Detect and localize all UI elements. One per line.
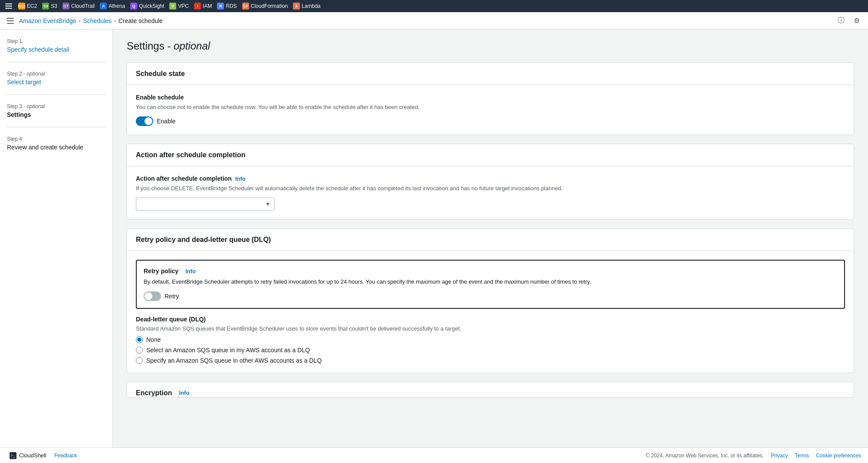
hamburger-menu[interactable] bbox=[3, 3, 14, 10]
action-info-link[interactable]: Info bbox=[235, 175, 246, 182]
retry-info-link[interactable]: Info bbox=[185, 268, 196, 274]
footer-right: © 2024, Amazon Web Services, Inc. or its… bbox=[646, 453, 861, 459]
athena-label: Athena bbox=[108, 3, 125, 9]
cookie-link[interactable]: Cookie preferences bbox=[816, 453, 861, 459]
cloudformation-icon: CF bbox=[242, 3, 249, 10]
schedule-state-card: Schedule state Enable schedule You can c… bbox=[127, 63, 854, 135]
schedule-state-header: Schedule state bbox=[127, 63, 854, 85]
svg-rect-1 bbox=[5, 6, 12, 7]
schedule-state-body: Enable schedule You can choose not to en… bbox=[127, 85, 854, 135]
breadcrumb: Amazon EventBridge › Schedules › Create … bbox=[19, 17, 163, 24]
cloudtrail-icon: CT bbox=[62, 3, 69, 10]
step-2-link[interactable]: Select target bbox=[7, 79, 41, 86]
breadcrumb-sep-1: › bbox=[79, 18, 81, 24]
nav-service-rds[interactable]: RRDS bbox=[214, 2, 239, 10]
dlq-option-specify-sqs-label: Specify an Amazon SQS queue in other AWS… bbox=[146, 357, 322, 364]
ec2-label: EC2 bbox=[27, 3, 37, 9]
app-header: Amazon EventBridge › Schedules › Create … bbox=[0, 12, 868, 30]
nav-service-quicksight[interactable]: QQuickSight bbox=[128, 2, 167, 10]
retry-toggle-label: Retry bbox=[164, 293, 179, 300]
encryption-title: Encryption Info bbox=[136, 389, 845, 397]
enable-toggle[interactable] bbox=[136, 116, 153, 126]
retry-toggle-container: Retry bbox=[144, 291, 837, 301]
nav-service-athena[interactable]: AAthena bbox=[97, 2, 128, 10]
action-field-label: Action after schedule completion Info bbox=[136, 175, 845, 182]
breadcrumb-current: Create schedule bbox=[118, 17, 163, 24]
footer: >_ CloudShell Feedback © 2024, Amazon We… bbox=[0, 447, 868, 463]
terms-link[interactable]: Terms bbox=[795, 453, 809, 459]
nav-service-vpc[interactable]: VVPC bbox=[167, 2, 191, 10]
encryption-body: Encryption Info bbox=[127, 382, 854, 397]
breadcrumb-sep-2: › bbox=[114, 18, 116, 24]
dlq-option-specify-sqs[interactable]: Specify an Amazon SQS queue in other AWS… bbox=[136, 357, 845, 364]
info-icon-btn[interactable]: ⓘ bbox=[835, 15, 847, 27]
step-1-link[interactable]: Specify schedule detail bbox=[7, 46, 69, 53]
privacy-link[interactable]: Privacy bbox=[771, 453, 788, 459]
svg-rect-0 bbox=[5, 3, 12, 4]
retry-policy-box: Retry policy Info By default, EventBridg… bbox=[136, 260, 845, 308]
retry-dlq-body: Retry policy Info By default, EventBridg… bbox=[127, 251, 854, 372]
enable-toggle-container: Enable bbox=[136, 116, 845, 126]
nav-service-iam[interactable]: IIAM bbox=[191, 2, 214, 10]
sidebar-toggle[interactable] bbox=[5, 16, 16, 26]
step-4-name: Review and create schedule bbox=[7, 144, 83, 151]
quicksight-label: QuickSight bbox=[139, 3, 164, 9]
rds-label: RDS bbox=[226, 3, 237, 9]
nav-service-s3[interactable]: S3S3 bbox=[39, 2, 60, 10]
page-title: Settings - optional bbox=[127, 40, 854, 52]
cloudshell-label: CloudShell bbox=[19, 452, 46, 459]
step-1-item: Step 1 Specify schedule detail bbox=[7, 38, 105, 62]
dlq-option-select-sqs[interactable]: Select an Amazon SQS queue in my AWS acc… bbox=[136, 347, 845, 354]
nav-service-cloudformation[interactable]: CFCloudFormation bbox=[240, 2, 290, 10]
step-3-label: Step 3 - optional bbox=[7, 103, 105, 109]
retry-dlq-card: Retry policy and dead-letter queue (DLQ)… bbox=[127, 228, 854, 373]
s3-label: S3 bbox=[51, 3, 57, 9]
action-completion-card: Action after schedule completion Action … bbox=[127, 144, 854, 220]
step-1-label: Step 1 bbox=[7, 38, 105, 44]
step-3-name: Settings bbox=[7, 111, 31, 118]
action-completion-header: Action after schedule completion bbox=[127, 144, 854, 166]
nav-service-ec2[interactable]: EC2EC2 bbox=[16, 2, 39, 10]
copyright-text: © 2024, Amazon Web Services, Inc. or its… bbox=[646, 453, 764, 459]
retry-label: Retry policy bbox=[144, 268, 178, 274]
dlq-section: Dead-letter queue (DLQ) Standard Amazon … bbox=[136, 316, 845, 364]
step-3-item: Step 3 - optional Settings bbox=[7, 103, 105, 127]
action-dropdown-wrapper: NONE DELETE ▼ bbox=[136, 198, 275, 211]
dlq-option-none[interactable]: None bbox=[136, 336, 845, 343]
dlq-radio-specify-sqs[interactable] bbox=[136, 357, 143, 364]
breadcrumb-eventbridge[interactable]: Amazon EventBridge bbox=[19, 17, 76, 24]
retry-toggle[interactable] bbox=[144, 291, 161, 301]
dlq-option-none-label: None bbox=[146, 336, 161, 343]
breadcrumb-schedules[interactable]: Schedules bbox=[83, 17, 112, 24]
retry-desc: By default, EventBridge Scheduler attemp… bbox=[144, 278, 837, 286]
retry-dlq-header: Retry policy and dead-letter queue (DLQ) bbox=[127, 229, 854, 251]
vpc-label: VPC bbox=[178, 3, 189, 9]
action-dropdown[interactable]: NONE DELETE bbox=[136, 198, 275, 211]
nav-service-cloudtrail[interactable]: CTCloudTrail bbox=[60, 2, 97, 10]
toggle-knob bbox=[145, 117, 152, 125]
dlq-radio-none[interactable] bbox=[136, 336, 143, 343]
nav-services-list: EC2EC2S3S3CTCloudTrailAAthenaQQuickSight… bbox=[16, 2, 323, 10]
nav-service-lambda[interactable]: λLambda bbox=[290, 2, 323, 10]
step-4-item: Step 4 Review and create schedule bbox=[7, 136, 105, 159]
step-2-item: Step 2 - optional Select target bbox=[7, 71, 105, 95]
encryption-info-link[interactable]: Info bbox=[179, 390, 190, 396]
feedback-link[interactable]: Feedback bbox=[54, 453, 77, 459]
footer-left: >_ CloudShell Feedback bbox=[7, 451, 77, 460]
header-actions: ⓘ ⚙ bbox=[835, 15, 863, 27]
main-layout: Step 1 Specify schedule detail Step 2 - … bbox=[0, 30, 868, 447]
dlq-radio-select-sqs[interactable] bbox=[136, 347, 143, 354]
quicksight-icon: Q bbox=[130, 3, 137, 10]
svg-rect-2 bbox=[5, 8, 12, 9]
enable-schedule-desc: You can choose not to enable the schedul… bbox=[136, 103, 845, 111]
cloudshell-button[interactable]: >_ CloudShell bbox=[7, 451, 49, 460]
sidebar: Step 1 Specify schedule detail Step 2 - … bbox=[0, 30, 113, 447]
enable-schedule-label: Enable schedule bbox=[136, 94, 845, 101]
cloudshell-icon: >_ bbox=[10, 452, 16, 459]
retry-toggle-knob bbox=[145, 292, 152, 300]
action-completion-body: Action after schedule completion Info If… bbox=[127, 166, 854, 219]
s3-icon: S3 bbox=[42, 3, 49, 10]
settings-icon-btn[interactable]: ⚙ bbox=[851, 15, 863, 27]
ec2-icon: EC2 bbox=[18, 3, 25, 10]
retry-header: Retry policy Info bbox=[144, 268, 837, 274]
